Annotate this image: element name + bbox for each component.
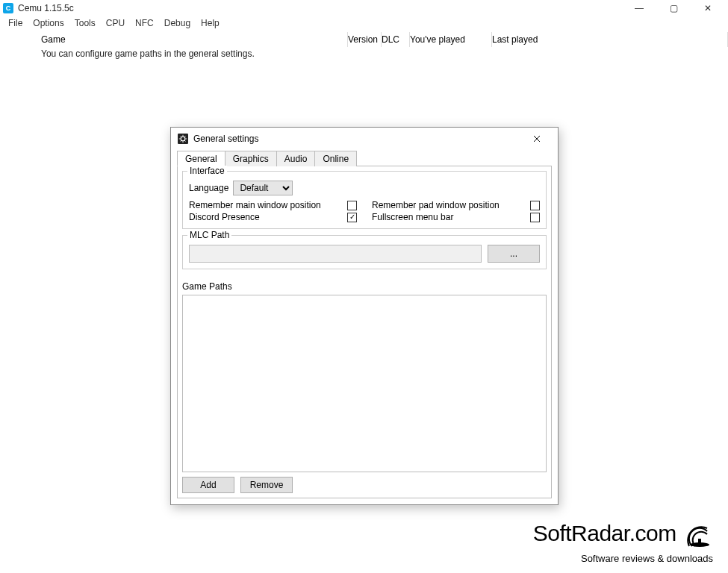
menu-cpu[interactable]: CPU <box>101 16 130 31</box>
tab-audio[interactable]: Audio <box>277 151 316 166</box>
remember-main-label: Remember main window position <box>189 200 321 210</box>
menu-tools[interactable]: Tools <box>69 16 101 31</box>
svg-rect-3 <box>698 539 701 545</box>
language-label: Language <box>189 183 228 193</box>
settings-dialog: General settings General Graphics Audio … <box>170 127 559 505</box>
window-title: Cemu 1.15.5c <box>18 3 622 13</box>
game-list-header: Game Version DLC You've played Last play… <box>0 32 728 47</box>
close-button[interactable]: ✕ <box>691 0 725 16</box>
interface-legend: Interface <box>187 166 227 176</box>
remember-pad-label: Remember pad window position <box>372 200 500 210</box>
menu-options[interactable]: Options <box>28 16 69 31</box>
watermark: SoftRadar.com Software reviews & downloa… <box>533 521 713 564</box>
gamepaths-listbox[interactable] <box>182 295 547 472</box>
watermark-title: SoftRadar.com <box>533 521 676 545</box>
tab-graphics[interactable]: Graphics <box>225 151 277 166</box>
menu-help[interactable]: Help <box>196 16 225 31</box>
game-list-hint: You can configure game paths in the gene… <box>0 48 728 59</box>
remove-button[interactable]: Remove <box>240 477 293 493</box>
discord-checkbox[interactable] <box>347 213 357 222</box>
maximize-button[interactable]: ▢ <box>656 0 691 16</box>
gear-icon <box>177 133 189 145</box>
tab-online[interactable]: Online <box>315 151 357 166</box>
menubar: File Options Tools CPU NFC Debug Help <box>0 16 728 31</box>
add-button[interactable]: Add <box>182 477 234 493</box>
col-last[interactable]: Last played <box>492 32 728 47</box>
menu-debug[interactable]: Debug <box>159 16 196 31</box>
tab-strip: General Graphics Audio Online <box>177 150 552 166</box>
mlc-legend: MLC Path <box>187 230 231 240</box>
minimize-button[interactable]: — <box>622 0 656 16</box>
mlc-browse-button[interactable]: ... <box>488 245 540 263</box>
col-version[interactable]: Version <box>348 32 382 47</box>
col-game[interactable]: Game <box>0 32 348 47</box>
close-icon <box>533 135 541 143</box>
remember-pad-checkbox[interactable] <box>530 201 540 210</box>
fullscreen-menu-label: Fullscreen menu bar <box>372 212 453 222</box>
menu-nfc[interactable]: NFC <box>130 16 159 31</box>
language-select[interactable]: Default <box>233 181 293 195</box>
dialog-close-button[interactable] <box>522 128 552 150</box>
radar-icon <box>683 522 713 554</box>
discord-label: Discord Presence <box>189 212 260 222</box>
menu-file[interactable]: File <box>3 16 28 31</box>
tab-panel-general: Interface Language Default Remember main… <box>177 166 552 498</box>
mlc-group: MLC Path ... <box>182 235 547 269</box>
app-icon: C <box>3 3 13 13</box>
tab-general[interactable]: General <box>177 151 225 166</box>
fullscreen-menu-checkbox[interactable] <box>530 213 540 222</box>
dialog-titlebar[interactable]: General settings <box>171 128 558 150</box>
interface-group: Interface Language Default Remember main… <box>182 171 547 229</box>
col-dlc[interactable]: DLC <box>382 32 410 47</box>
watermark-subtitle: Software reviews & downloads <box>533 553 713 564</box>
main-titlebar: C Cemu 1.15.5c — ▢ ✕ <box>0 0 728 16</box>
col-played[interactable]: You've played <box>410 32 492 47</box>
gamepaths-label: Game Paths <box>182 281 547 292</box>
remember-main-checkbox[interactable] <box>347 201 357 210</box>
mlc-path-input[interactable] <box>189 245 482 263</box>
dialog-title: General settings <box>193 134 522 144</box>
